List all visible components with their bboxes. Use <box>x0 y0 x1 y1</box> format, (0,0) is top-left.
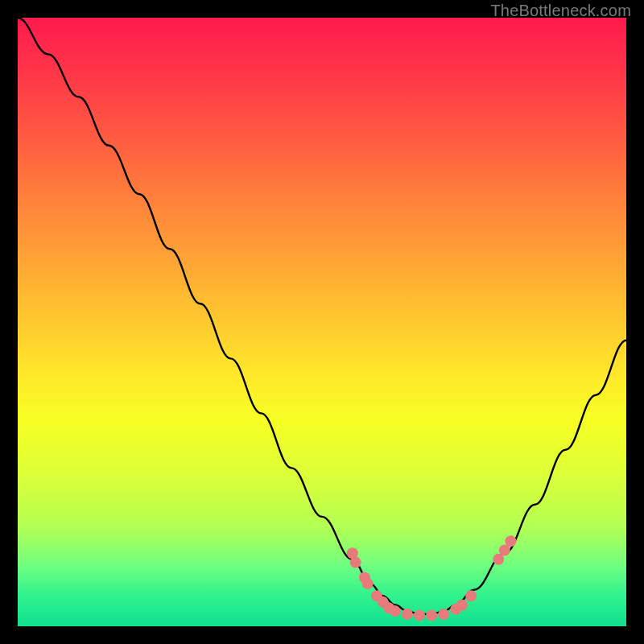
data-marker <box>362 578 374 589</box>
chart-frame: TheBottleneck.com <box>0 0 644 644</box>
data-marker <box>390 605 401 617</box>
data-marker <box>465 590 477 601</box>
watermark-text: TheBottleneck.com <box>490 2 631 20</box>
data-marker <box>350 557 361 568</box>
data-marker <box>426 609 437 621</box>
data-marker <box>414 609 425 621</box>
data-marker <box>402 609 413 620</box>
data-marker <box>456 600 468 611</box>
bottleneck-curve-svg <box>18 18 626 626</box>
data-marker <box>438 609 449 620</box>
data-marker <box>505 535 516 547</box>
bottleneck-curve <box>18 18 626 614</box>
data-markers <box>347 535 517 621</box>
